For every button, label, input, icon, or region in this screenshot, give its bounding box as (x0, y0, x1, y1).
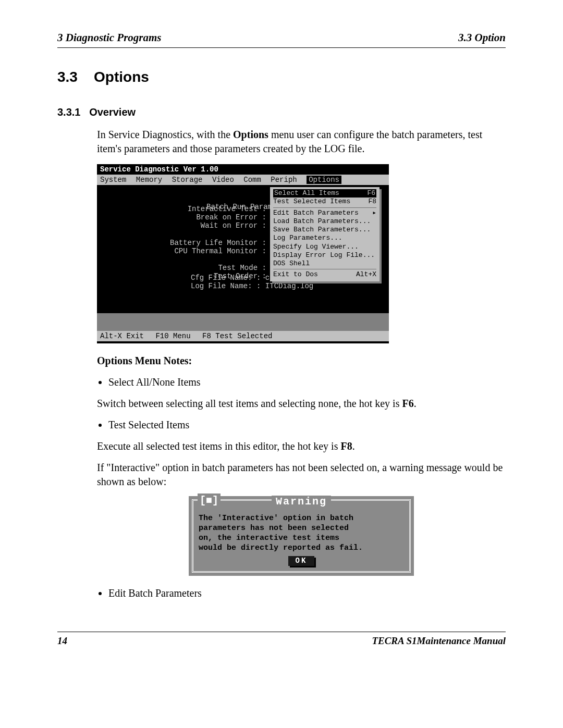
dos-screenshot: Service Diagnostic Ver 1.00 System Memor… (97, 164, 389, 343)
b2-post: . (352, 440, 355, 452)
dd-test-selected-key: F8 (368, 198, 376, 206)
warning-title: Warning (272, 496, 331, 508)
menu-options[interactable]: Options (307, 176, 341, 184)
log-value: ITCDiag.log (265, 282, 313, 290)
dos-param-column: Interactive Test : Yes Break on Error : … (170, 205, 284, 280)
dos-statusbar: Alt-X Exit F10 Menu F8 Test Selected (97, 331, 389, 341)
menu-video[interactable]: Video (212, 176, 234, 184)
dd-exit-label: Exit to Dos (273, 270, 318, 279)
warning-close-icon[interactable]: [■] (198, 493, 221, 508)
menu-comm[interactable]: Comm (243, 176, 261, 184)
bullet1-description: Switch between selecting all test items … (97, 397, 506, 411)
dd-display-error-log[interactable]: Display Error Log File... (273, 251, 376, 260)
warning-dialog: [■] Warning The 'Interactive' option in … (189, 496, 414, 576)
param-interactive-label: Interactive Test (188, 205, 258, 213)
page-footer: 14 TECRA S1Maintenance Manual (57, 632, 506, 647)
dd-test-selected[interactable]: Test Selected Items F8 (273, 198, 376, 206)
cfg-label: Cfg File Name: (191, 274, 252, 282)
header-left: 3 Diagnostic Programs (57, 31, 162, 44)
options-dropdown: Select All Items F6 Test Selected Items … (270, 187, 380, 281)
dd-select-all-key: F6 (367, 189, 375, 198)
dos-titlebar: Service Diagnostic Ver 1.00 (97, 164, 389, 175)
section-number: 3.3 (57, 69, 78, 85)
param-cpu-label: CPU Thermal Monitor (174, 247, 258, 255)
menu-storage[interactable]: Storage (172, 176, 203, 184)
menu-periph[interactable]: Periph (271, 176, 297, 184)
dd-save-batch[interactable]: Save Batch Parameters... (273, 226, 376, 234)
dd-log-params[interactable]: Log Parameters... (273, 234, 376, 242)
intro-bold: Options (233, 129, 268, 140)
bullet2-description: Execute all selected test items in this … (97, 439, 506, 453)
notes-heading: Options Menu Notes: (97, 355, 192, 366)
log-label: Log File Name: (191, 282, 252, 290)
b1-bold: F6 (402, 398, 413, 409)
dd-specify-log-viewer[interactable]: Specify Log Viewer... (273, 243, 376, 251)
subsection-title: Overview (89, 106, 136, 118)
menu-memory[interactable]: Memory (136, 176, 162, 184)
dd-test-selected-label: Test Selected Items (273, 198, 350, 206)
footer-manual-title: TECRA S1Maintenance Manual (372, 635, 506, 647)
page-header: 3 Diagnostic Programs 3.3 Option (57, 31, 506, 48)
footer-page-number: 14 (57, 635, 67, 647)
dos-menubar: System Memory Storage Video Comm Periph … (97, 175, 389, 185)
subsection-heading: 3.3.1 Overview (57, 106, 506, 118)
section-title: Options (94, 69, 149, 85)
bullet-select-all: Select All/None Items (108, 375, 506, 389)
dd-select-all-label: Select All Items (274, 189, 339, 198)
dd-exit-dos[interactable]: Exit to Dos Alt+X (273, 270, 376, 279)
status-exit: Alt-X Exit (100, 332, 144, 340)
status-test: F8 Test Selected (202, 332, 272, 340)
b2-bold: F8 (340, 440, 352, 452)
header-right: 3.3 Option (458, 31, 506, 44)
warning-message: The 'Interactive' option in batch parame… (199, 514, 404, 553)
dd-select-all[interactable]: Select All Items F6 (273, 189, 376, 198)
subsection-number: 3.3.1 (57, 106, 80, 118)
dos-filler (97, 313, 389, 331)
dd-edit-batch[interactable]: Edit Batch Parameters ▸ (273, 209, 376, 217)
status-menu: F10 Menu (155, 332, 190, 340)
dd-dos-shell[interactable]: DOS Shell (273, 260, 376, 268)
dd-exit-key: Alt+X (356, 270, 376, 279)
param-battery-label: Battery Life Monitor (170, 239, 258, 247)
submenu-arrow-icon: ▸ (372, 209, 376, 217)
intro-text-1: In Service Diagnostics, with the (97, 129, 233, 140)
warning-ok-button[interactable]: OK (288, 556, 314, 566)
b1-post: . (414, 398, 417, 409)
dd-edit-batch-label: Edit Batch Parameters (273, 209, 359, 217)
param-break-label: Break on Error (196, 213, 258, 221)
intro-paragraph: In Service Diagnostics, with the Options… (97, 128, 506, 156)
b1-pre: Switch between selecting all test items … (97, 398, 402, 409)
bullet-edit-batch: Edit Batch Parameters (108, 586, 506, 600)
bullet2-extra: If "Interactive" option in batch paramet… (97, 461, 506, 489)
menu-system[interactable]: System (100, 176, 126, 184)
bullet-test-selected: Test Selected Items (108, 418, 506, 432)
section-heading: 3.3 Options (57, 69, 506, 85)
b2-pre: Execute all selected test items in this … (97, 440, 340, 452)
param-wait-label: Wait on Error (201, 221, 258, 230)
param-mode-label: Test Mode (218, 264, 258, 272)
dd-load-batch[interactable]: Load Batch Parameters... (273, 217, 376, 226)
